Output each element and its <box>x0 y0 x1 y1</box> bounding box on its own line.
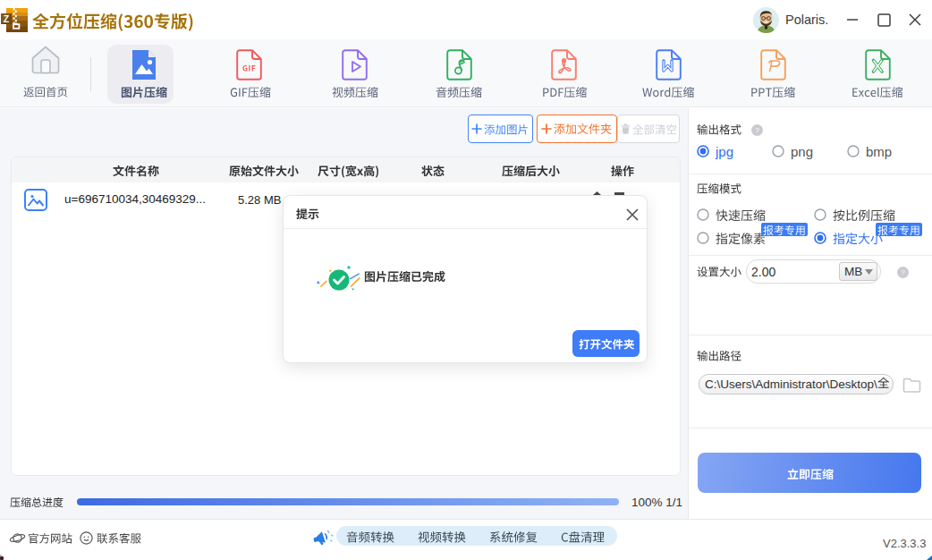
svg-text:Z: Z <box>4 13 10 24</box>
svg-text:?: ? <box>901 268 905 276</box>
svg-text:?: ? <box>755 126 759 134</box>
